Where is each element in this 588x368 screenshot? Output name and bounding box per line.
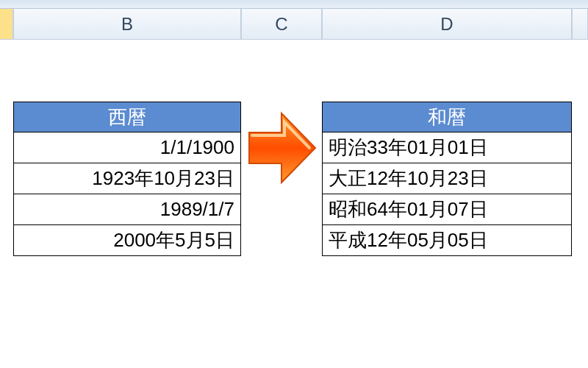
japanese-header[interactable]: 和暦: [322, 102, 572, 132]
cell-D10[interactable]: [322, 318, 572, 349]
rowhead-4[interactable]: [0, 132, 13, 163]
cell-B2[interactable]: [13, 71, 241, 102]
japanese-row-0[interactable]: 明治33年01月01日: [322, 132, 572, 163]
rowhead-1[interactable]: [0, 40, 13, 71]
cell-C10[interactable]: [241, 318, 322, 349]
right-arrow-icon: [245, 107, 318, 188]
rowhead-7[interactable]: [0, 225, 13, 256]
cell-C8[interactable]: [241, 256, 322, 287]
ribbon-strip: [0, 0, 588, 9]
cell-E5[interactable]: [572, 163, 588, 194]
spreadsheet-frame: B C D 西暦: [0, 0, 588, 368]
cell-B1[interactable]: [13, 40, 241, 71]
rowhead-6[interactable]: [0, 194, 13, 225]
rowhead-10[interactable]: [0, 318, 13, 349]
cell-B10[interactable]: [13, 318, 241, 349]
col-header-B[interactable]: B: [13, 9, 241, 40]
cell-E2[interactable]: [572, 71, 588, 102]
cell-E6[interactable]: [572, 194, 588, 225]
cell-C9[interactable]: [241, 287, 322, 318]
japanese-row-3[interactable]: 平成12年05月05日: [322, 225, 572, 256]
cell-D1[interactable]: [322, 40, 572, 71]
cell-E8[interactable]: [572, 256, 588, 287]
cell-D8[interactable]: [322, 256, 572, 287]
header-stub[interactable]: [0, 9, 13, 40]
cell-D9[interactable]: [322, 287, 572, 318]
rowhead-8[interactable]: [0, 256, 13, 287]
cell-E10[interactable]: [572, 318, 588, 349]
col-header-next[interactable]: [572, 9, 588, 40]
cell-B8[interactable]: [13, 256, 241, 287]
cell-C6[interactable]: [241, 194, 322, 225]
japanese-row-1[interactable]: 大正12年10月23日: [322, 163, 572, 194]
rowhead-9[interactable]: [0, 287, 13, 318]
western-header[interactable]: 西暦: [13, 102, 241, 132]
cell-D2[interactable]: [322, 71, 572, 102]
cell-C1[interactable]: [241, 40, 322, 71]
col-header-C[interactable]: C: [241, 9, 322, 40]
western-row-3[interactable]: 2000年5月5日: [13, 225, 241, 256]
cell-E4[interactable]: [572, 132, 588, 163]
western-row-0[interactable]: 1/1/1900: [13, 132, 241, 163]
cell-E9[interactable]: [572, 287, 588, 318]
cell-grid[interactable]: B C D 西暦: [0, 9, 588, 349]
cell-C2[interactable]: [241, 71, 322, 102]
cell-E3[interactable]: [572, 102, 588, 132]
col-header-D[interactable]: D: [322, 9, 572, 40]
rowhead-3[interactable]: [0, 102, 13, 132]
cell-C7[interactable]: [241, 225, 322, 256]
rowhead-2[interactable]: [0, 71, 13, 102]
cell-E7[interactable]: [572, 225, 588, 256]
japanese-row-2[interactable]: 昭和64年01月07日: [322, 194, 572, 225]
western-row-1[interactable]: 1923年10月23日: [13, 163, 241, 194]
cell-B9[interactable]: [13, 287, 241, 318]
rowhead-5[interactable]: [0, 163, 13, 194]
western-row-2[interactable]: 1989/1/7: [13, 194, 241, 225]
cell-E1[interactable]: [572, 40, 588, 71]
conversion-arrow-cell[interactable]: [241, 102, 322, 194]
